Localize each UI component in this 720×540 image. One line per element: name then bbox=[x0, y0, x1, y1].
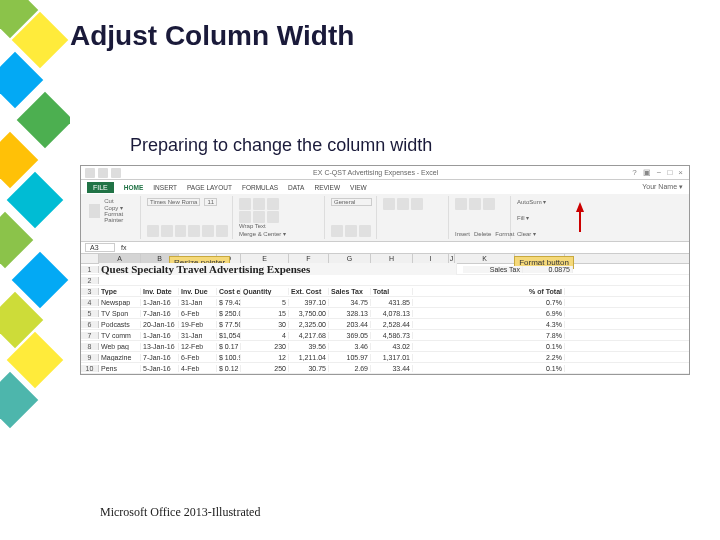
cell[interactable]: 328.13 bbox=[329, 310, 371, 317]
font-color-icon[interactable] bbox=[216, 225, 228, 237]
col-header-A[interactable]: A bbox=[99, 254, 141, 263]
fill-button[interactable]: Fill ▾ bbox=[517, 214, 681, 221]
cell[interactable]: 15 bbox=[241, 310, 289, 317]
align-left-icon[interactable] bbox=[239, 211, 251, 223]
home-tab[interactable]: HOME bbox=[124, 184, 144, 191]
cell-styles-icon[interactable] bbox=[411, 198, 423, 210]
cell[interactable]: 1,317.01 bbox=[371, 354, 413, 361]
cell[interactable]: $ 100.92 bbox=[217, 354, 241, 361]
cell[interactable]: 5 bbox=[241, 299, 289, 306]
fx-icon[interactable]: fx bbox=[121, 244, 126, 251]
review-tab[interactable]: REVIEW bbox=[314, 184, 340, 191]
number-format-select[interactable]: General bbox=[331, 198, 372, 206]
cell[interactable]: 39.56 bbox=[289, 343, 329, 350]
align-center-icon[interactable] bbox=[253, 211, 265, 223]
cell[interactable]: 1-Jan-16 bbox=[141, 332, 179, 339]
cell[interactable]: 7-Jan-16 bbox=[141, 354, 179, 361]
row-header[interactable]: 8 bbox=[81, 343, 99, 350]
insert-tab[interactable]: INSERT bbox=[153, 184, 177, 191]
cell[interactable]: 4 bbox=[241, 332, 289, 339]
percent-icon[interactable] bbox=[345, 225, 357, 237]
cell[interactable]: 30 bbox=[241, 321, 289, 328]
save-icon[interactable] bbox=[85, 168, 95, 178]
sales-tax-label[interactable]: Sales Tax bbox=[463, 266, 523, 273]
cell[interactable]: 31-Jan bbox=[179, 332, 217, 339]
cell[interactable]: 34.75 bbox=[329, 299, 371, 306]
cell[interactable]: 12 bbox=[241, 354, 289, 361]
help-icon[interactable]: ? bbox=[630, 168, 638, 177]
copy-button[interactable]: Copy ▾ bbox=[104, 204, 136, 211]
ribbon-options-icon[interactable]: ▣ bbox=[641, 168, 653, 177]
bold-icon[interactable] bbox=[147, 225, 159, 237]
cell[interactable]: 1-Jan-16 bbox=[141, 299, 179, 306]
cell[interactable]: 6.9% bbox=[455, 310, 565, 317]
cell[interactable]: 4,078.13 bbox=[371, 310, 413, 317]
row-header[interactable]: 5 bbox=[81, 310, 99, 317]
cell[interactable]: 0.1% bbox=[455, 365, 565, 372]
file-tab[interactable]: FILE bbox=[87, 182, 114, 193]
cell[interactable]: 4.3% bbox=[455, 321, 565, 328]
cell[interactable]: 3,750.00 bbox=[289, 310, 329, 317]
cell[interactable]: 7.8% bbox=[455, 332, 565, 339]
cell[interactable]: 6-Feb bbox=[179, 310, 217, 317]
cell[interactable]: 5-Jan-16 bbox=[141, 365, 179, 372]
cell[interactable]: $ 250.00 bbox=[217, 310, 241, 317]
italic-icon[interactable] bbox=[161, 225, 173, 237]
col-header-G[interactable]: G bbox=[329, 254, 371, 263]
cell[interactable]: Web pag bbox=[99, 343, 141, 350]
cell[interactable]: $ 79.42 bbox=[217, 299, 241, 306]
cell[interactable]: Newspap bbox=[99, 299, 141, 306]
cell[interactable]: 0.7% bbox=[455, 299, 565, 306]
minimize-icon[interactable]: − bbox=[655, 168, 664, 177]
align-right-icon[interactable] bbox=[267, 211, 279, 223]
col-header-F[interactable]: F bbox=[289, 254, 329, 263]
cell[interactable]: 20-Jan-16 bbox=[141, 321, 179, 328]
header-cell[interactable]: Total bbox=[371, 288, 413, 295]
cell[interactable]: 2,325.00 bbox=[289, 321, 329, 328]
cell[interactable]: 4,217.68 bbox=[289, 332, 329, 339]
cell[interactable]: 3.46 bbox=[329, 343, 371, 350]
format-cells-icon[interactable] bbox=[483, 198, 495, 210]
wrap-text-button[interactable]: Wrap Text bbox=[239, 223, 320, 229]
fill-color-icon[interactable] bbox=[202, 225, 214, 237]
cell[interactable]: 30.75 bbox=[289, 365, 329, 372]
cell[interactable]: 6-Feb bbox=[179, 354, 217, 361]
cell[interactable]: 4,586.73 bbox=[371, 332, 413, 339]
header-cell[interactable]: Inv. Due bbox=[179, 288, 217, 295]
cell[interactable]: 33.44 bbox=[371, 365, 413, 372]
align-middle-icon[interactable] bbox=[253, 198, 265, 210]
row-header[interactable]: 9 bbox=[81, 354, 99, 361]
cell[interactable]: $ 0.12 bbox=[217, 365, 241, 372]
comma-icon[interactable] bbox=[359, 225, 371, 237]
undo-icon[interactable] bbox=[98, 168, 108, 178]
cell[interactable]: TV comm bbox=[99, 332, 141, 339]
clear-button[interactable]: Clear ▾ bbox=[517, 230, 681, 237]
cell[interactable]: 397.10 bbox=[289, 299, 329, 306]
cell[interactable]: Pens bbox=[99, 365, 141, 372]
row-header[interactable]: 10 bbox=[81, 365, 99, 372]
header-cell[interactable]: Ext. Cost bbox=[289, 288, 329, 295]
cell[interactable]: $ 0.17 bbox=[217, 343, 241, 350]
cell[interactable]: 0.1% bbox=[455, 343, 565, 350]
font-size-select[interactable]: 11 bbox=[204, 198, 217, 206]
header-cell[interactable]: Sales Tax bbox=[329, 288, 371, 295]
insert-cells-icon[interactable] bbox=[455, 198, 467, 210]
border-icon[interactable] bbox=[188, 225, 200, 237]
cell[interactable]: 230 bbox=[241, 343, 289, 350]
merge-center-button[interactable]: Merge & Center ▾ bbox=[239, 230, 320, 237]
format-as-table-icon[interactable] bbox=[397, 198, 409, 210]
cell[interactable]: 203.44 bbox=[329, 321, 371, 328]
data-tab[interactable]: DATA bbox=[288, 184, 304, 191]
font-name-select[interactable]: Times New Roma bbox=[147, 198, 200, 206]
autosum-button[interactable]: AutoSum ▾ bbox=[517, 198, 681, 205]
cell[interactable]: 431.85 bbox=[371, 299, 413, 306]
underline-icon[interactable] bbox=[175, 225, 187, 237]
header-cell[interactable]: Quantity bbox=[241, 288, 289, 295]
header-cell[interactable]: Type bbox=[99, 288, 141, 295]
header-cell[interactable]: Inv. Date bbox=[141, 288, 179, 295]
col-header-I[interactable]: I bbox=[413, 254, 449, 263]
maximize-icon[interactable]: □ bbox=[665, 168, 674, 177]
row-header[interactable]: 4 bbox=[81, 299, 99, 306]
user-name[interactable]: Your Name ▾ bbox=[642, 183, 683, 191]
cell[interactable]: 2.69 bbox=[329, 365, 371, 372]
